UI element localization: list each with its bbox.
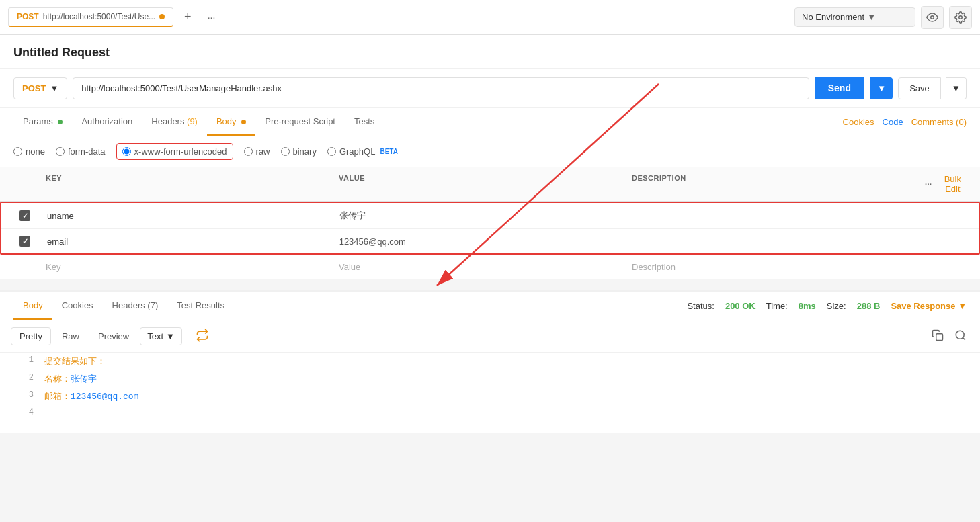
tab-authorization[interactable]: Authorization xyxy=(72,108,142,136)
tab-headers[interactable]: Headers (9) xyxy=(142,108,207,136)
copy-button[interactable] xyxy=(929,327,946,347)
env-arrow-icon: ▼ xyxy=(867,12,876,22)
row2-key[interactable]: email xyxy=(42,230,334,253)
bulk-edit-button[interactable]: Bulk Edit xyxy=(938,174,968,194)
url-bar: POST ▼ Send ▼ Save ▼ xyxy=(0,69,980,108)
body-dot xyxy=(241,120,246,124)
add-tab-button[interactable]: + xyxy=(179,7,197,27)
code-key-email: 邮箱： xyxy=(44,392,71,402)
row1-key[interactable]: uname xyxy=(42,204,334,228)
headers-badge: (9) xyxy=(187,116,198,126)
send-dropdown-button[interactable]: ▼ xyxy=(870,77,893,99)
format-type-selector[interactable]: Text ▼ xyxy=(140,327,182,345)
radio-urlencoded[interactable]: x-www-form-urlencoded xyxy=(116,143,233,160)
save-response-button[interactable]: Save Response ▼ xyxy=(891,301,967,311)
comments-link[interactable]: Comments (0) xyxy=(911,117,967,127)
cookies-link[interactable]: Cookies xyxy=(843,117,874,127)
th-description: DESCRIPTION xyxy=(626,167,920,201)
word-wrap-button[interactable] xyxy=(190,326,214,347)
row2-checkbox-cell[interactable] xyxy=(8,229,42,253)
radio-form-data-input[interactable] xyxy=(56,147,65,156)
row1-checkbox[interactable] xyxy=(19,210,30,221)
format-raw[interactable]: Raw xyxy=(54,328,87,345)
svg-point-5 xyxy=(956,331,964,339)
more-tabs-button[interactable]: ··· xyxy=(202,9,221,26)
radio-graphql-label: GraphQL xyxy=(339,146,375,157)
th-actions: ··· Bulk Edit xyxy=(920,167,973,201)
table-body: uname 张传宇 email 123456@qq.com xyxy=(0,202,980,255)
eye-icon xyxy=(926,11,938,24)
request-tab[interactable]: POST http://localhost:5000/Test/Use... xyxy=(8,7,173,27)
format-pretty[interactable]: Pretty xyxy=(11,327,51,345)
method-selector[interactable]: POST ▼ xyxy=(13,77,67,99)
resp-tab-cookies[interactable]: Cookies xyxy=(52,292,103,320)
code-line-4: 4 xyxy=(13,405,967,420)
body-type-bar: none form-data x-www-form-urlencoded raw… xyxy=(0,136,980,167)
radio-none-label: none xyxy=(26,146,45,157)
radio-form-data[interactable]: form-data xyxy=(56,146,106,157)
tab-method: POST xyxy=(17,12,39,21)
gear-icon-button[interactable] xyxy=(949,6,972,29)
radio-urlencoded-label: x-www-form-urlencoded xyxy=(134,146,227,157)
status-value: 200 OK xyxy=(725,301,756,311)
svg-rect-4 xyxy=(936,333,943,340)
tab-url: http://localhost:5000/Test/Use... xyxy=(43,12,155,21)
tab-pre-request-label: Pre-request Script xyxy=(265,116,335,126)
send-button[interactable]: Send xyxy=(815,77,864,99)
radio-binary[interactable]: binary xyxy=(281,146,317,157)
url-input[interactable] xyxy=(73,77,809,99)
tab-headers-label: Headers xyxy=(151,116,187,126)
tab-tests[interactable]: Tests xyxy=(345,108,384,136)
code-line-3: 3 邮箱：123456@qq.com xyxy=(13,388,967,405)
th-value: VALUE xyxy=(333,167,626,201)
format-preview[interactable]: Preview xyxy=(90,328,137,345)
empty-value-label[interactable]: Value xyxy=(333,255,626,279)
row1-description[interactable] xyxy=(626,209,918,222)
radio-binary-label: binary xyxy=(293,146,317,157)
tab-body[interactable]: Body xyxy=(207,108,255,136)
radio-none[interactable]: none xyxy=(13,146,45,157)
format-preview-label: Preview xyxy=(98,331,129,341)
time-label: Time: xyxy=(766,301,788,311)
save-button[interactable]: Save xyxy=(898,77,941,99)
tab-params-label: Params xyxy=(23,116,53,126)
radio-raw-label: raw xyxy=(256,146,270,157)
radio-urlencoded-input[interactable] xyxy=(122,147,131,156)
save-response-arrow: ▼ xyxy=(958,301,967,311)
resp-tab-body-label: Body xyxy=(23,300,43,310)
tab-pre-request[interactable]: Pre-request Script xyxy=(255,108,345,136)
size-label: Size: xyxy=(827,301,846,311)
radio-raw-input[interactable] xyxy=(244,147,253,156)
resp-tab-headers[interactable]: Headers (7) xyxy=(103,292,168,320)
row1-value[interactable]: 张传宇 xyxy=(334,203,626,228)
line-num-1: 1 xyxy=(13,355,34,367)
environment-selector[interactable]: No Environment ▼ xyxy=(794,7,915,27)
method-dropdown-icon: ▼ xyxy=(50,83,58,93)
code-link[interactable]: Code xyxy=(883,117,903,127)
radio-graphql[interactable]: GraphQL BETA xyxy=(327,146,398,157)
tab-body-label: Body xyxy=(216,116,237,126)
resp-tab-body[interactable]: Body xyxy=(13,292,52,320)
radio-binary-input[interactable] xyxy=(281,147,290,156)
row2-description[interactable] xyxy=(626,234,918,248)
eye-icon-button[interactable] xyxy=(921,6,944,29)
row2-checkbox[interactable] xyxy=(19,236,30,247)
radio-none-input[interactable] xyxy=(13,147,22,156)
svg-point-1 xyxy=(959,15,963,19)
resp-tab-test-results[interactable]: Test Results xyxy=(167,292,234,320)
resp-tab-cookies-label: Cookies xyxy=(62,300,93,310)
tab-params[interactable]: Params xyxy=(13,108,72,136)
more-actions-icon[interactable]: ··· xyxy=(925,180,932,188)
row1-checkbox-cell[interactable] xyxy=(8,204,42,228)
radio-raw[interactable]: raw xyxy=(244,146,270,157)
resp-tab-test-results-label: Test Results xyxy=(177,300,224,310)
row2-value[interactable]: 123456@qq.com xyxy=(334,230,626,253)
line-num-2: 2 xyxy=(13,373,34,385)
resp-tab-headers-label: Headers (7) xyxy=(112,300,159,310)
radio-graphql-input[interactable] xyxy=(327,147,336,156)
save-dropdown-button[interactable]: ▼ xyxy=(946,77,967,99)
th-checkbox xyxy=(7,167,40,201)
search-button[interactable] xyxy=(952,327,969,347)
empty-key-label[interactable]: Key xyxy=(40,255,333,279)
empty-description-label[interactable]: Description xyxy=(626,255,920,279)
